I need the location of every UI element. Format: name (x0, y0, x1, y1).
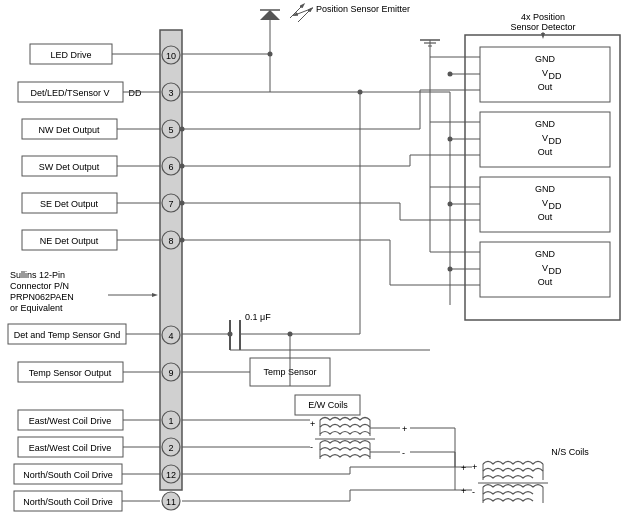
ns-bottom-minus: + (461, 486, 466, 496)
ew-coils-label: E/W Coils (308, 400, 348, 410)
east-west-coil-1-label: East/West Coil Drive (29, 416, 111, 426)
sullins-label-4: or Equivalent (10, 303, 63, 313)
pin-12-label: 12 (166, 470, 176, 480)
svg-point-127 (180, 201, 185, 206)
pin-7-label: 7 (168, 199, 173, 209)
det4-vdd-sub: DD (549, 266, 562, 276)
ns-minus-1: - (472, 487, 475, 497)
led-drive-label: LED Drive (50, 50, 91, 60)
ns-plus-1: + (472, 462, 477, 472)
pin-6-label: 6 (168, 162, 173, 172)
svg-point-64 (448, 202, 453, 207)
position-sensor-emitter-label: Position Sensor Emitter (316, 4, 410, 14)
pin-3-label: 3 (168, 88, 173, 98)
east-west-coil-2-label: East/West Coil Drive (29, 443, 111, 453)
svg-point-126 (180, 164, 185, 169)
ew-right-minus: - (402, 448, 405, 458)
svg-point-65 (448, 267, 453, 272)
4x-sensor-detector-label-1: 4x Position (521, 12, 565, 22)
pin-9-label: 9 (168, 368, 173, 378)
det2-gnd: GND (535, 119, 556, 129)
ew-minus-1: - (310, 442, 313, 452)
det-led-tsensor-vdd-label: Det/LED/TSensor V (30, 88, 109, 98)
sullins-label-3: PRPN062PAEN (10, 292, 74, 302)
svg-point-128 (180, 238, 185, 243)
det2-vdd-sub: DD (549, 136, 562, 146)
nw-det-output-label: NW Det Output (38, 125, 100, 135)
pin-4-label: 4 (168, 331, 173, 341)
ew-right-plus: + (402, 424, 407, 434)
se-det-output-label: SE Det Output (40, 199, 99, 209)
det2-out: Out (538, 147, 553, 157)
svg-point-63 (448, 137, 453, 142)
det4-out: Out (538, 277, 553, 287)
sw-det-output-label: SW Det Output (39, 162, 100, 172)
svg-point-99 (228, 332, 233, 337)
det1-out: Out (538, 82, 553, 92)
sullins-label-1: Sullins 12-Pin (10, 270, 65, 280)
north-south-coil-1-label: North/South Coil Drive (23, 470, 113, 480)
sullins-label-2: Connector P/N (10, 281, 69, 291)
capacitor-label: 0.1 μF (245, 312, 271, 322)
pin-11-label: 11 (166, 497, 176, 507)
svg-point-50 (268, 52, 273, 57)
pin-2-label: 2 (168, 443, 173, 453)
pin-8-label: 8 (168, 236, 173, 246)
svg-point-92 (358, 90, 363, 95)
det3-vdd: V (542, 198, 548, 208)
det3-vdd-sub: DD (549, 201, 562, 211)
pin-1-label: 1 (168, 416, 173, 426)
ns-coils-label: N/S Coils (551, 447, 589, 457)
ew-plus-1: + (310, 419, 315, 429)
north-south-coil-2-label: North/South Coil Drive (23, 497, 113, 507)
det4-vdd: V (542, 263, 548, 273)
pin-5-label: 5 (168, 125, 173, 135)
pin-10-label: 10 (166, 51, 176, 61)
4x-sensor-detector-label-2: Sensor Detector (510, 22, 575, 32)
svg-point-98 (288, 332, 293, 337)
det1-gnd: GND (535, 54, 556, 64)
det1-vdd-sub: DD (549, 71, 562, 81)
ne-det-output-label: NE Det Output (40, 236, 99, 246)
svg-point-62 (448, 72, 453, 77)
det4-gnd: GND (535, 249, 556, 259)
det3-out: Out (538, 212, 553, 222)
temp-sensor-output-label: Temp Sensor Output (29, 368, 112, 378)
ns-top-plus: + (461, 463, 466, 473)
det2-vdd: V (542, 133, 548, 143)
det-temp-sensor-gnd-label: Det and Temp Sensor Gnd (14, 330, 120, 340)
det1-vdd: V (542, 68, 548, 78)
svg-point-125 (180, 127, 185, 132)
circuit-diagram: 10 3 5 6 7 8 4 9 1 2 12 11 LED Drive Det… (0, 0, 637, 532)
det3-gnd: GND (535, 184, 556, 194)
